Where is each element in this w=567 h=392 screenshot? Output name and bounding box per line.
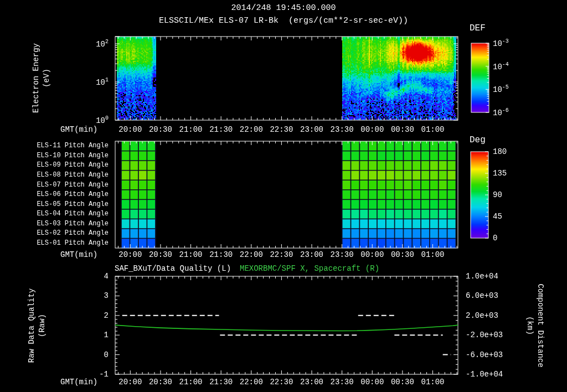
distance-tick-label: -1.0e+04 (466, 370, 503, 379)
gmt-label-panel3: GMT(min) (60, 378, 97, 386)
x-tick-label: 00:00 (360, 250, 384, 259)
x-tick-label: 01:00 (421, 378, 444, 386)
pitch-row-label: ELS-03 Pitch Angle (31, 220, 109, 228)
x-tick-label: 22:00 (240, 378, 263, 386)
deg-colorbar-tick-label: 90 (493, 190, 502, 199)
x-tick-label: 00:00 (360, 125, 384, 134)
def-colorbar-tick-label: 10-3 (493, 38, 509, 48)
distance-tick-label: 1.0e+04 (466, 272, 498, 281)
quality-series-title: SAF_BXuT/Data Quality (L) (115, 264, 231, 273)
quality-tick-label: 1 (81, 331, 109, 339)
timestamp-title: 2014/248 19:45:00.000 (0, 3, 567, 13)
quality-tick-label: 0 (81, 350, 109, 359)
deg-colorbar-title: Deg (470, 135, 486, 145)
def-colorbar-title: DEF (470, 23, 486, 33)
x-tick-label: 22:30 (270, 250, 293, 259)
energy-tick-label: 102 (81, 39, 109, 49)
pitch-row-label: ELS-02 Pitch Angle (31, 229, 109, 237)
deg-colorbar-tick-label: 45 (493, 212, 502, 221)
x-tick-label: 01:00 (421, 125, 444, 134)
energy-axis-label-line2: (eV) (42, 17, 52, 139)
energy-tick-label: 101 (81, 77, 109, 87)
x-tick-label: 20:30 (149, 125, 172, 134)
pitch-row-label: ELS-06 Pitch Angle (31, 190, 109, 198)
def-colorbar-tick-label: 10-6 (493, 107, 509, 117)
quality-axis-label-line2: (Raw) (37, 265, 48, 386)
quality-tick-label: 3 (81, 291, 109, 300)
quality-tick-label: 4 (81, 272, 109, 281)
x-tick-label: 21:30 (209, 378, 233, 386)
x-tick-label: 23:00 (300, 125, 323, 134)
pitch-row-label: ELS-11 Pitch Angle (31, 142, 109, 149)
energy-tick-label: 100 (81, 115, 109, 125)
x-tick-label: 00:30 (391, 378, 414, 386)
x-tick-label: 21:30 (209, 125, 233, 134)
x-tick-label: 23:30 (331, 378, 354, 386)
x-tick-label: 20:30 (149, 250, 172, 259)
deg-colorbar-tick-label: 0 (493, 234, 497, 243)
pitch-row-label: ELS-09 Pitch Angle (31, 161, 109, 169)
energy-axis-label-line1: Electron Energy (31, 17, 42, 139)
quality-tick-label: 2 (81, 311, 109, 320)
x-tick-label: 22:30 (270, 378, 293, 386)
x-tick-label: 00:30 (391, 250, 414, 259)
x-tick-label: 21:00 (179, 250, 202, 259)
x-tick-label: 00:30 (391, 125, 414, 134)
quality-axis-label: Raw Data Quality (Raw) (27, 265, 48, 386)
deg-colorbar-tick-label: 180 (493, 147, 507, 156)
x-tick-label: 22:30 (270, 125, 293, 134)
x-tick-label: 23:00 (300, 378, 323, 386)
pitch-row-label: ELS-10 Pitch Angle (31, 152, 109, 159)
distance-axis-label-line1: Component Distance (535, 254, 545, 392)
def-colorbar-tick-label: 10-4 (493, 61, 509, 71)
pitch-row-label: ELS-07 Pitch Angle (31, 181, 109, 189)
distance-axis-label: Component Distance (km) (524, 254, 545, 392)
gmt-label-panel1: GMT(min) (60, 125, 97, 134)
x-tick-label: 22:00 (240, 125, 263, 134)
x-tick-label: 21:00 (179, 125, 202, 134)
x-tick-label: 20:00 (118, 125, 142, 134)
x-tick-label: 21:00 (179, 378, 202, 386)
x-tick-label: 20:00 (118, 250, 142, 259)
energy-panel-frame (115, 37, 458, 120)
pitch-panel-frame (115, 141, 458, 248)
x-tick-label: 22:00 (240, 250, 263, 259)
energy-axis-label: Electron Energy (eV) (31, 17, 52, 139)
x-tick-label: 23:30 (331, 125, 354, 134)
quality-panel-frame (115, 276, 458, 374)
distance-axis-label-line2: (km) (524, 254, 535, 392)
quality-tick-label: -1 (81, 370, 109, 379)
pitch-row-label: ELS-01 Pitch Angle (31, 239, 109, 247)
distance-tick-label: -2.0e+03 (466, 331, 503, 339)
pitch-row-label: ELS-05 Pitch Angle (31, 200, 109, 208)
x-tick-label: 01:00 (421, 250, 444, 259)
distance-series-title: MEXORBMC/SPF X, Spacecraft (R) (240, 264, 379, 273)
pitch-row-label: ELS-08 Pitch Angle (31, 171, 109, 179)
x-tick-label: 20:30 (149, 378, 172, 386)
plot-screen: 2014/248 19:45:00.000 ELSSCIL/MEx ELS-07… (0, 0, 567, 392)
quality-axis-label-line1: Raw Data Quality (27, 265, 37, 386)
x-tick-label: 21:30 (209, 250, 233, 259)
def-colorbar-frame (471, 43, 489, 112)
x-tick-label: 20:00 (118, 378, 142, 386)
deg-colorbar-tick-label: 135 (493, 169, 507, 178)
gmt-label-panel2: GMT(min) (60, 250, 97, 259)
distance-line (115, 325, 458, 331)
distance-tick-label: 6.0e+03 (466, 291, 498, 300)
pitch-row-label: ELS-04 Pitch Angle (31, 210, 109, 218)
distance-tick-label: 2.0e+03 (466, 311, 498, 320)
x-tick-label: 23:00 (300, 250, 323, 259)
def-colorbar-tick-label: 10-5 (493, 84, 509, 94)
distance-tick-label: -6.0e+03 (466, 350, 503, 359)
x-tick-label: 00:00 (360, 378, 384, 386)
x-tick-label: 23:30 (331, 250, 354, 259)
